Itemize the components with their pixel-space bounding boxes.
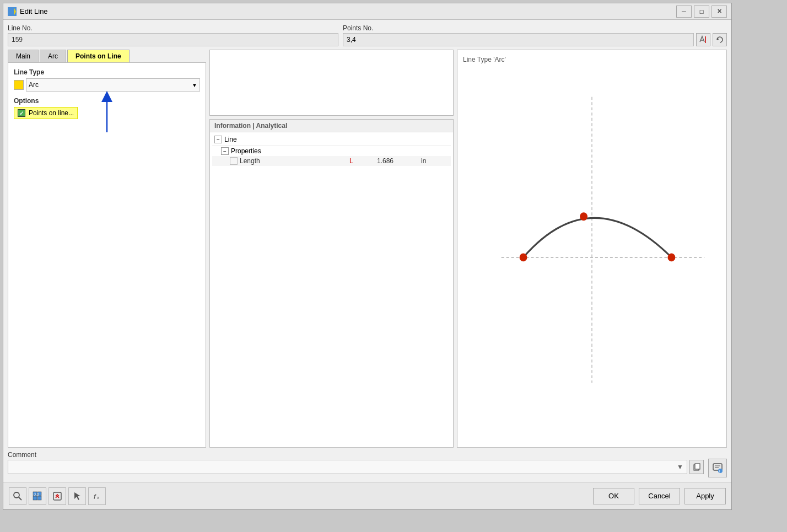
apply-button[interactable]: Apply [684,488,726,504]
points-on-line-checkbox-row: ✓ Points on line... [14,107,78,119]
svg-rect-0 [8,9,14,14]
svg-rect-25 [33,496,37,500]
tab-main[interactable]: Main [8,50,39,62]
points-no-group: Points No. [343,24,727,46]
svg-point-11 [520,253,527,261]
line-no-group: Line No. 159 [8,24,338,46]
toolbar-function-btn[interactable]: f x [88,487,106,505]
toolbar-grid-btn[interactable]: 0.0 [29,487,46,505]
svg-point-13 [580,212,587,221]
svg-text:f: f [94,492,96,501]
comment-copy-btn[interactable] [689,460,704,474]
info-panel-header: Information | Analytical [210,120,453,132]
svg-line-22 [19,497,21,500]
ok-button[interactable]: OK [593,488,634,504]
svg-point-12 [667,253,675,261]
tab-arc[interactable]: Arc [40,50,66,62]
svg-text:x: x [97,495,99,500]
title-bar: Edit Line ─ □ ✕ [3,3,731,20]
options-label: Options [14,97,200,105]
svg-text:0.0: 0.0 [34,492,39,496]
info-panel: Information | Analytical − Line − Proper… [209,119,454,448]
close-button[interactable]: ✕ [711,6,727,18]
toolbar-select-btn[interactable] [68,487,86,505]
line-type-label: Line Type [14,68,200,76]
options-section: Options ✓ Points on line... [14,97,200,119]
right-panel: Line Type 'Arc' [457,50,727,448]
points-no-row [343,33,727,46]
points-no-label: Points No. [343,24,727,32]
tab-points-on-line[interactable]: Points on Line [67,50,130,62]
points-on-line-label: Points on line... [29,109,74,117]
toolbar-cursor-btn[interactable] [48,487,66,505]
points-no-input[interactable] [343,33,694,46]
properties-expand-btn[interactable]: − [221,147,229,155]
points-select-icon-btn[interactable] [696,33,710,46]
tree-separator-1 [212,145,451,146]
dropdown-arrow-icon: ▼ [192,82,197,88]
window-controls: ─ □ ✕ [676,6,727,18]
window-icon [8,7,17,16]
points-on-line-checkbox[interactable]: ✓ [18,109,25,117]
comment-input-row: ▼ [8,460,704,474]
cancel-button[interactable]: Cancel [639,488,680,504]
comment-input[interactable]: ▼ [8,460,687,474]
tree-line-item: − Line [212,135,451,144]
arc-preview: Line Type 'Arc' [457,50,727,448]
comment-dropdown-arrow-icon: ▼ [677,463,683,471]
tree-length-item: Length L 1.686 in [212,156,451,166]
line-no-input[interactable]: 159 [8,33,338,46]
window-title: Edit Line [20,7,676,15]
toolbar-bottom: 0.0 f x OK Cancel Apply [3,482,731,509]
arc-svg [457,50,726,447]
top-row: Line No. 159 Points No. [8,24,727,46]
svg-rect-26 [37,496,41,500]
line-type-dropdown-row: Arc ▼ [14,78,200,92]
comment-label: Comment [8,451,704,459]
tree-length-row: Length L 1.686 in [240,157,449,165]
tabs: Main Arc Points on Line [8,50,206,63]
line-type-color [14,80,24,90]
svg-rect-15 [695,464,700,469]
line-expand-btn[interactable]: − [214,136,222,143]
maximize-button[interactable]: □ [694,6,709,18]
tree-view: − Line − Properties L [210,132,453,168]
points-refresh-btn[interactable] [713,33,727,46]
comment-right-btn[interactable]: i [708,459,727,477]
main-section: Main Arc Points on Line Line Type [8,50,727,448]
line-no-label: Line No. [8,24,338,32]
comment-section: Comment ▼ [8,451,704,474]
tree-properties-item: − Properties [212,146,451,156]
svg-marker-29 [74,492,80,500]
left-panel: Main Arc Points on Line Line Type [8,50,206,448]
svg-marker-3 [14,8,16,15]
line-type-section: Line Type Arc ▼ [14,68,200,92]
minimize-button[interactable]: ─ [676,6,692,18]
svg-marker-6 [717,38,719,40]
bottom-row: Comment ▼ [8,451,727,477]
middle-panel: Information | Analytical − Line − Proper… [209,50,454,448]
content-area: Line No. 159 Points No. [3,20,731,482]
line-type-dropdown[interactable]: Arc ▼ [26,78,200,92]
left-content: Line Type Arc ▼ Options [8,63,206,448]
preview-box [209,50,454,116]
main-window: Edit Line ─ □ ✕ Line No. 159 Points No. [3,3,732,510]
svg-point-21 [14,492,19,498]
toolbar-search-btn[interactable] [9,487,26,505]
